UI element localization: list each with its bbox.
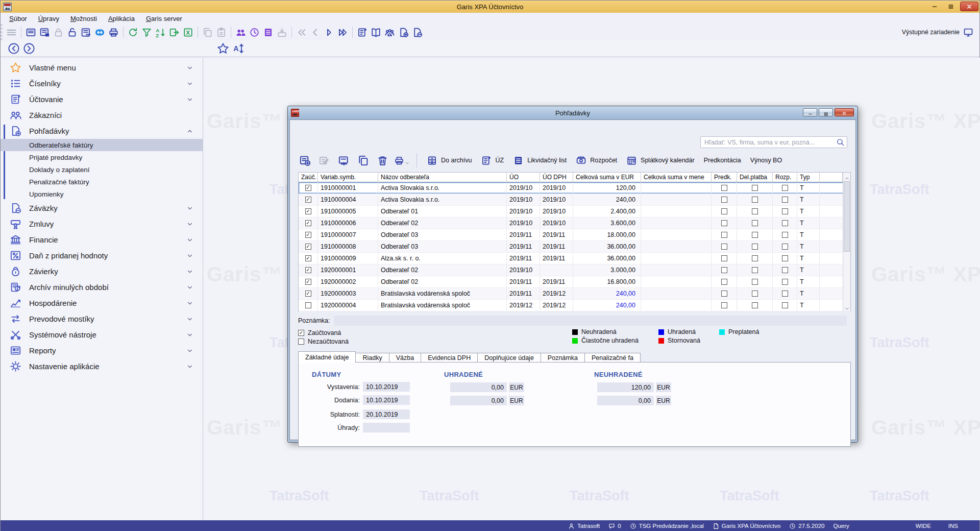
toolbar-filter-button[interactable] bbox=[140, 26, 154, 39]
scrollbar-thumb[interactable] bbox=[844, 181, 850, 252]
filter-nezauctovana[interactable]: Nezaúčtovaná bbox=[298, 337, 451, 346]
table-row[interactable]: 1910000001Activa Slovakia s.r.o.2019/102… bbox=[299, 182, 850, 194]
rozp-checkbox[interactable] bbox=[782, 267, 788, 273]
sidebar-item-uctovanie[interactable]: Účtovanie bbox=[1, 91, 203, 107]
sidebar-item-zavazky[interactable]: Záväzky bbox=[1, 200, 203, 216]
likvidacny-list-button[interactable]: Likvidačný list bbox=[510, 155, 569, 166]
app-close-button[interactable] bbox=[960, 2, 978, 11]
toolbar-menu-button[interactable] bbox=[5, 26, 18, 39]
del-platba-checkbox[interactable] bbox=[752, 208, 758, 214]
date-field-uhrady[interactable] bbox=[363, 423, 410, 432]
menu-moznosti[interactable]: Možnosti bbox=[65, 13, 103, 24]
sidebar-item-zavierky[interactable]: Závierky bbox=[1, 263, 203, 279]
tab-evidencia-dph[interactable]: Evidencia DPH bbox=[421, 353, 478, 363]
menu-subor[interactable]: Súbor bbox=[4, 13, 33, 24]
column-header-uo[interactable]: ÚO bbox=[507, 173, 540, 182]
sidebar-item-systemove-nastroje[interactable]: Systémové nástroje bbox=[1, 327, 203, 343]
toolbar-sort-az-button[interactable]: AZ bbox=[154, 26, 167, 39]
sidebar-subitem-odberatelske-faktury[interactable]: Odberateľské faktúry bbox=[1, 139, 203, 151]
dialog-close-button[interactable] bbox=[835, 108, 854, 116]
toolbar-remote-button[interactable] bbox=[93, 26, 107, 39]
toolbar-copy-button[interactable] bbox=[201, 26, 214, 39]
add-record-button[interactable] bbox=[297, 153, 312, 167]
app-titlebar[interactable]: Garis XPA Účtovníctvo bbox=[1, 1, 979, 13]
posted-checkbox[interactable] bbox=[305, 302, 311, 308]
tab-riadky[interactable]: Riadky bbox=[356, 353, 389, 363]
sidebar-item-ciselniky[interactable]: Číselníky bbox=[1, 76, 203, 91]
posted-checkbox[interactable] bbox=[305, 232, 311, 238]
date-field-splatnosti[interactable]: 20.10.2019 bbox=[363, 409, 410, 419]
column-header-zauc[interactable]: Zaúč. bbox=[299, 173, 318, 182]
table-row[interactable]: 1920000004Bratislavská vodárenská spoloč… bbox=[299, 300, 850, 311]
posted-checkbox[interactable] bbox=[305, 244, 311, 250]
toolbar-doc-minus-button[interactable] bbox=[410, 26, 424, 39]
table-row[interactable]: 1920000002Odberateľ 022019/112019/1116.8… bbox=[299, 276, 850, 288]
toolbar-circle-next-button[interactable] bbox=[23, 42, 35, 55]
toolbar-users-button[interactable] bbox=[234, 26, 248, 39]
column-header-rozp[interactable]: Rozp. bbox=[773, 173, 797, 182]
do-archivu-button[interactable]: Do archívu bbox=[424, 155, 474, 166]
toolbar-prev-button[interactable] bbox=[308, 26, 322, 39]
sidebar-item-financie[interactable]: Financie bbox=[1, 232, 203, 248]
output-device-button[interactable]: Výstupné zariadenie bbox=[902, 24, 973, 40]
toolbar-doc-plus-button[interactable] bbox=[397, 26, 410, 39]
column-header-variab-symb[interactable]: Variab.symb. bbox=[318, 173, 378, 182]
toolbar-excel-button[interactable]: X bbox=[181, 26, 195, 39]
sidebar-item-nastavenie-aplikacie[interactable]: Nastavenie aplikácie bbox=[1, 358, 203, 374]
rozpocet-button[interactable]: Rozpočet bbox=[573, 155, 620, 166]
sidebar-item-dan-z-pridanej-hodnoty[interactable]: Daň z pridanej hodnoty bbox=[1, 248, 203, 263]
table-row[interactable]: 1920000001Odberateľ 022019/103.000,00T bbox=[299, 264, 850, 276]
paid-amount-field[interactable]: 0,00 bbox=[450, 396, 507, 405]
del-platba-checkbox[interactable] bbox=[752, 302, 758, 308]
table-row[interactable]: 1910000007Odberateľ 032019/112019/1118.0… bbox=[299, 229, 850, 241]
delete-record-button[interactable] bbox=[375, 153, 390, 167]
note-field[interactable] bbox=[334, 316, 847, 326]
rozp-checkbox[interactable] bbox=[782, 220, 788, 226]
sidebar-item-archiv-minulych-obdobi[interactable]: Archív minulých období bbox=[1, 279, 203, 295]
toolbar-form-lines-button[interactable] bbox=[79, 26, 93, 39]
sidebar-item-hospodarenie[interactable]: Hospodárenie bbox=[1, 295, 203, 311]
toolbar-refresh-button[interactable] bbox=[126, 26, 140, 39]
del-platba-checkbox[interactable] bbox=[752, 291, 758, 297]
del-platba-checkbox[interactable] bbox=[752, 244, 758, 250]
column-header-celkova-suma-v-eur[interactable]: Celková suma v EUR bbox=[573, 173, 641, 182]
sidebar-item-pohladavky[interactable]: Pohľadávky bbox=[1, 123, 203, 139]
toolbar-fforward-button[interactable] bbox=[336, 26, 350, 39]
toolbar-import-button[interactable] bbox=[275, 26, 289, 39]
predk-checkbox[interactable] bbox=[721, 279, 727, 285]
unpaid-amount-field[interactable]: 0,00 bbox=[597, 396, 654, 405]
column-header-predk[interactable]: Predk. bbox=[712, 173, 737, 182]
posted-checkbox[interactable] bbox=[305, 255, 311, 261]
table-row[interactable]: 1910000009Alza.sk s. r. o.2019/112019/11… bbox=[299, 253, 850, 264]
rozp-checkbox[interactable] bbox=[782, 291, 788, 297]
sidebar-item-vlastne-menu[interactable]: Vlastné menu bbox=[1, 60, 203, 76]
toolbar-sort-updown-button[interactable]: A bbox=[232, 42, 244, 55]
posted-checkbox[interactable] bbox=[305, 208, 311, 214]
column-header-nazov-odberatela[interactable]: Názov odberateľa bbox=[378, 173, 507, 182]
predk-checkbox[interactable] bbox=[721, 267, 727, 273]
filter-zauctovana[interactable]: Zaúčtovaná bbox=[298, 328, 451, 337]
menu-garis-server[interactable]: Garis server bbox=[140, 13, 188, 24]
del-platba-checkbox[interactable] bbox=[752, 232, 758, 238]
tab-zakladne-udaje[interactable]: Základné údaje bbox=[298, 351, 356, 363]
tab-doplnujuce-udaje[interactable]: Doplňujúce údaje bbox=[478, 353, 541, 363]
toolbar-circle-prev-button[interactable] bbox=[8, 42, 20, 55]
app-maximize-button[interactable] bbox=[944, 2, 958, 11]
vertical-scrollbar[interactable] bbox=[843, 173, 850, 311]
uz-button[interactable]: ÚZ bbox=[478, 155, 506, 166]
sidebar-item-zmluvy[interactable]: Zmluvy bbox=[1, 216, 203, 232]
toolbar-export-button[interactable] bbox=[167, 26, 181, 39]
paid-amount-field[interactable]: 0,00 bbox=[450, 382, 507, 392]
date-field-vystavenia[interactable]: 10.10.2019 bbox=[363, 382, 410, 392]
toolbar-next-button[interactable] bbox=[322, 26, 336, 39]
column-header-celkova-suma-v-mene[interactable]: Celková suma v mene bbox=[641, 173, 712, 182]
rozp-checkbox[interactable] bbox=[782, 185, 788, 191]
toolbar-unlock-button[interactable] bbox=[65, 26, 79, 39]
predk-checkbox[interactable] bbox=[721, 302, 727, 308]
dialog-titlebar[interactable]: GARIS Pohľadávky bbox=[289, 106, 856, 119]
toolbar-paste-button[interactable] bbox=[214, 26, 228, 39]
predk-checkbox[interactable] bbox=[721, 208, 727, 214]
posted-checkbox[interactable] bbox=[305, 185, 311, 191]
toolbar-book-button[interactable] bbox=[369, 26, 383, 39]
dialog-maximize-button[interactable] bbox=[819, 108, 833, 116]
